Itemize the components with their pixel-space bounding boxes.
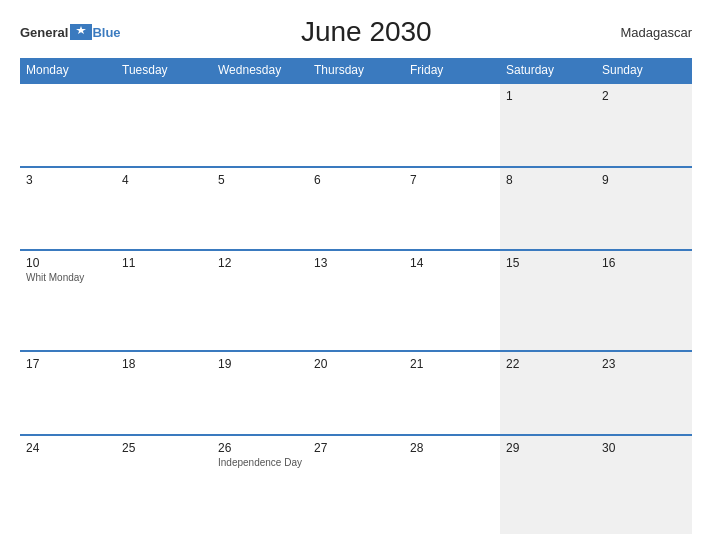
- calendar-day-cell: [308, 83, 404, 167]
- calendar-week-row: 10Whit Monday111213141516: [20, 250, 692, 351]
- day-number: 4: [122, 173, 206, 187]
- day-number: 15: [506, 256, 590, 270]
- calendar-day-cell: 16: [596, 250, 692, 351]
- calendar-day-cell: 17: [20, 351, 116, 435]
- weekday-thursday: Thursday: [308, 58, 404, 83]
- day-number: 7: [410, 173, 494, 187]
- day-number: 30: [602, 441, 686, 455]
- day-number: 12: [218, 256, 302, 270]
- calendar-day-cell: 15: [500, 250, 596, 351]
- day-number: 21: [410, 357, 494, 371]
- logo-blue-text: Blue: [92, 25, 120, 40]
- calendar-day-cell: 12: [212, 250, 308, 351]
- calendar-week-row: 242526Independence Day27282930: [20, 435, 692, 534]
- calendar-day-cell: [20, 83, 116, 167]
- day-number: 22: [506, 357, 590, 371]
- calendar-day-cell: [212, 83, 308, 167]
- weekday-monday: Monday: [20, 58, 116, 83]
- day-number: 17: [26, 357, 110, 371]
- calendar-day-cell: 22: [500, 351, 596, 435]
- calendar-day-cell: 14: [404, 250, 500, 351]
- calendar-day-cell: 25: [116, 435, 212, 534]
- day-number: 23: [602, 357, 686, 371]
- day-number: 18: [122, 357, 206, 371]
- day-number: 10: [26, 256, 110, 270]
- day-number: 27: [314, 441, 398, 455]
- day-number: 3: [26, 173, 110, 187]
- day-number: 19: [218, 357, 302, 371]
- logo-general-text: General: [20, 25, 68, 40]
- weekday-header-row: MondayTuesdayWednesdayThursdayFridaySatu…: [20, 58, 692, 83]
- calendar-day-cell: 11: [116, 250, 212, 351]
- calendar-day-cell: 5: [212, 167, 308, 251]
- calendar-day-cell: 23: [596, 351, 692, 435]
- calendar-day-cell: 28: [404, 435, 500, 534]
- calendar-day-cell: 10Whit Monday: [20, 250, 116, 351]
- day-number: 14: [410, 256, 494, 270]
- day-number: 29: [506, 441, 590, 455]
- calendar-week-row: 17181920212223: [20, 351, 692, 435]
- day-number: 28: [410, 441, 494, 455]
- calendar-day-cell: 1: [500, 83, 596, 167]
- day-number: 8: [506, 173, 590, 187]
- day-number: 24: [26, 441, 110, 455]
- day-number: 13: [314, 256, 398, 270]
- day-number: 6: [314, 173, 398, 187]
- day-number: 26: [218, 441, 302, 455]
- calendar-day-cell: 21: [404, 351, 500, 435]
- logo: General Blue: [20, 24, 121, 40]
- weekday-saturday: Saturday: [500, 58, 596, 83]
- calendar-body: 12345678910Whit Monday111213141516171819…: [20, 83, 692, 534]
- day-number: 16: [602, 256, 686, 270]
- calendar-header: General Blue June 2030 Madagascar: [20, 16, 692, 48]
- weekday-tuesday: Tuesday: [116, 58, 212, 83]
- calendar-day-cell: 30: [596, 435, 692, 534]
- day-number: 1: [506, 89, 590, 103]
- calendar-day-cell: 9: [596, 167, 692, 251]
- country-label: Madagascar: [612, 25, 692, 40]
- calendar-day-cell: 19: [212, 351, 308, 435]
- day-number: 9: [602, 173, 686, 187]
- calendar-day-cell: 3: [20, 167, 116, 251]
- calendar-header-row: MondayTuesdayWednesdayThursdayFridaySatu…: [20, 58, 692, 83]
- calendar-title: June 2030: [121, 16, 612, 48]
- weekday-friday: Friday: [404, 58, 500, 83]
- calendar-day-cell: 7: [404, 167, 500, 251]
- calendar-week-row: 3456789: [20, 167, 692, 251]
- weekday-wednesday: Wednesday: [212, 58, 308, 83]
- weekday-sunday: Sunday: [596, 58, 692, 83]
- calendar-day-cell: 6: [308, 167, 404, 251]
- day-number: 20: [314, 357, 398, 371]
- calendar-day-cell: [404, 83, 500, 167]
- calendar-day-cell: 18: [116, 351, 212, 435]
- day-number: 5: [218, 173, 302, 187]
- calendar-day-cell: 29: [500, 435, 596, 534]
- calendar-day-cell: 27: [308, 435, 404, 534]
- calendar-day-cell: 26Independence Day: [212, 435, 308, 534]
- day-number: 2: [602, 89, 686, 103]
- calendar-day-cell: 8: [500, 167, 596, 251]
- calendar-day-cell: 13: [308, 250, 404, 351]
- calendar-day-cell: [116, 83, 212, 167]
- calendar-week-row: 12: [20, 83, 692, 167]
- day-number: 25: [122, 441, 206, 455]
- calendar-day-cell: 20: [308, 351, 404, 435]
- calendar-day-cell: 4: [116, 167, 212, 251]
- day-number: 11: [122, 256, 206, 270]
- logo-flag-icon: [70, 24, 92, 40]
- calendar-table: MondayTuesdayWednesdayThursdayFridaySatu…: [20, 58, 692, 534]
- holiday-label: Whit Monday: [26, 272, 110, 283]
- holiday-label: Independence Day: [218, 457, 302, 468]
- calendar-day-cell: 24: [20, 435, 116, 534]
- calendar-day-cell: 2: [596, 83, 692, 167]
